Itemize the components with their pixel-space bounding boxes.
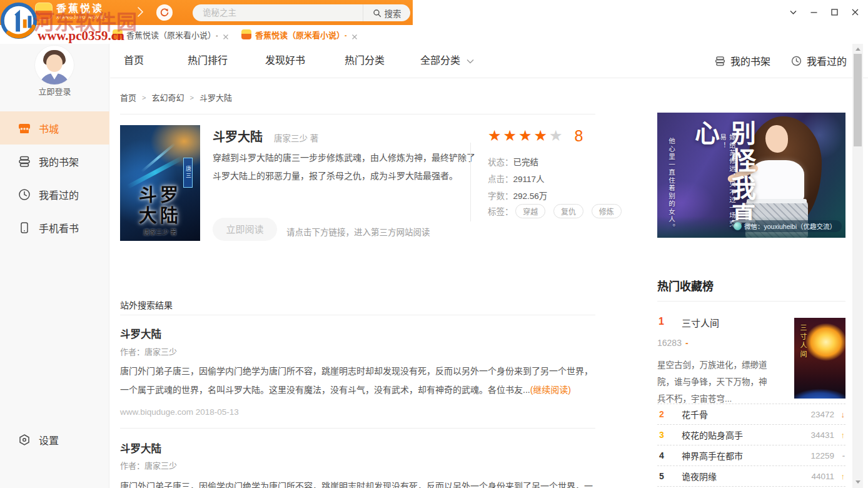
bookshelf-icon (714, 55, 726, 67)
ranking-list: 2 花千骨 23472 ↓ 3 校花的贴身高手 34431 ↑ 4 神界高手在都… (657, 404, 845, 487)
cover-title: 斗罗大陆 (120, 185, 200, 226)
scrollbar-down-arrow[interactable] (855, 480, 860, 484)
sidebar-item-mobile[interactable]: 手机看书 (0, 211, 109, 244)
avatar-face (46, 54, 63, 72)
minimize-button[interactable] (810, 8, 818, 16)
book-description: 穿越到斗罗大陆的唐三一步步修炼武魂，由人修炼为神，最终铲除了斗罗大陆上的邪恶力量… (213, 149, 480, 185)
ad-banner[interactable]: 他心里一直住着别的女人。 别怪我真心 嫁给苏修远，只不过一场交易！ 微信：you… (657, 113, 845, 238)
ranking-1-number: 1 (659, 316, 664, 327)
ranking-row-count: 12259 (810, 451, 834, 460)
book-words-row: 字数：292.56万 (488, 189, 547, 201)
star-icon: ★ (534, 127, 548, 144)
nav-all-category-label: 全部分类 (420, 55, 460, 66)
search-button[interactable]: 搜索 (363, 4, 410, 21)
tab-2-active[interactable]: 香蕉悦读（原米看小说）-... (241, 25, 358, 44)
forward-button[interactable] (136, 6, 144, 18)
divider (657, 301, 845, 302)
ranking-title: 热门收藏榜 (657, 277, 714, 293)
read-now-button[interactable]: 立即阅读 (213, 218, 277, 241)
breadcrumb-book[interactable]: 斗罗大陆 (199, 91, 232, 103)
book-title: 斗罗大陆 (213, 127, 263, 145)
cover-tag: 唐三 (183, 158, 193, 188)
ranking-row[interactable]: 5 诡夜阴缘 44011 ↑ (657, 466, 845, 487)
nav-hot-category[interactable]: 热门分类 (345, 44, 385, 78)
star-icon: ★ (549, 127, 563, 144)
maximize-button[interactable] (830, 8, 839, 16)
trend-icon: ↑ (841, 472, 845, 481)
thumbnail-title: 三寸人间 (798, 324, 808, 359)
scrollbar-up-arrow[interactable] (855, 48, 860, 51)
divider (120, 114, 595, 114)
read-hint: 请点击下方链接，进入第三方网站阅读 (286, 225, 430, 238)
sidebar-item-label: 书城 (39, 121, 59, 136)
breadcrumb-category[interactable]: 玄幻奇幻 (151, 91, 184, 103)
menu-chevron-button[interactable] (789, 8, 797, 16)
book-author: 唐家三少 著 (274, 131, 318, 144)
sidebar-item-history[interactable]: 我看过的 (0, 178, 109, 211)
breadcrumb-home[interactable]: 首页 (120, 91, 136, 103)
search-button-label: 搜索 (385, 7, 401, 19)
tab-1-label: 香蕉悦读（原米看小说）-... (126, 29, 218, 41)
nav-hot-rank[interactable]: 热门排行 (188, 44, 228, 78)
chevron-down-icon (467, 59, 474, 64)
book-cover[interactable]: 唐三 斗罗大陆 唐家三少 著 (120, 125, 200, 241)
bookshelf-icon (18, 155, 31, 168)
sidebar-item-settings[interactable]: 设置 (0, 423, 109, 456)
login-button[interactable]: 立即登录 (0, 85, 109, 97)
sidebar: 立即登录 书城 (0, 44, 109, 488)
tag-pill[interactable]: 修炼 (592, 204, 622, 218)
watermark-logo (0, 1, 39, 41)
sidebar-item-bookstore[interactable]: 书城 (0, 111, 109, 145)
offsite-section-title: 站外搜索结果 (120, 298, 173, 311)
ranking-row[interactable]: 4 神界高手在都市 12259 - (657, 445, 845, 466)
sidebar-item-label: 我的书架 (39, 154, 79, 169)
wechat-icon (734, 222, 742, 230)
nav-history-button[interactable]: 我看过的 (790, 44, 847, 78)
breadcrumb-separator: > (189, 94, 193, 101)
nav-all-category[interactable]: 全部分类 (420, 44, 474, 78)
app-window: 香蕉悦读 XIANGJIAO NOVEL (0, 0, 868, 488)
star-icon: ★ (518, 127, 532, 144)
tag-pill[interactable]: 穿越 (515, 204, 545, 218)
tag-pill[interactable]: 复仇 (553, 204, 583, 218)
search-icon (373, 9, 381, 18)
ranking-1-count: 16283- (657, 338, 689, 348)
sidebar-menu: 书城 我的书架 我看过的 (0, 111, 109, 244)
ranking-1-thumbnail[interactable]: 三寸人间 (794, 318, 845, 399)
continue-reading-link[interactable]: (继续阅读) (530, 385, 571, 395)
scrollbar-thumb[interactable] (854, 54, 862, 146)
clock-icon (18, 188, 31, 201)
nav-discover[interactable]: 发现好书 (265, 44, 305, 78)
sidebar-item-label: 我看过的 (39, 187, 79, 202)
divider (120, 428, 595, 429)
nav-my-shelf-button[interactable]: 我的书架 (714, 44, 770, 78)
ranking-row[interactable]: 3 校花的贴身高手 34431 ↑ (657, 425, 845, 445)
ad-wechat-badge: 微信：youxiuheibi（优趣交流） (731, 220, 842, 232)
window-controls (789, 8, 859, 16)
result-title[interactable]: 斗罗大陆 (120, 440, 161, 455)
result-title[interactable]: 斗罗大陆 (120, 326, 161, 341)
book-clicks-row: 点击：29117人 (488, 172, 545, 185)
ranking-row-title: 校花的贴身高手 (682, 429, 743, 441)
ad-subtext-right: 嫁给苏修远，只不过一场交易！ (719, 134, 737, 234)
divider (120, 315, 595, 315)
settings-label: 设置 (39, 432, 59, 447)
nav-home[interactable]: 首页 (124, 44, 144, 78)
sidebar-item-bookshelf[interactable]: 我的书架 (0, 145, 109, 178)
avatar[interactable] (35, 46, 74, 84)
stars: ★★★★★ (488, 128, 565, 144)
search-input[interactable] (193, 8, 363, 18)
tab-favicon-icon (241, 29, 251, 39)
ranking-row-count: 34431 (810, 430, 834, 440)
ranking-1-title[interactable]: 三寸人间 (682, 316, 719, 329)
close-button[interactable] (851, 8, 859, 16)
ranking-1-description: 星空古剑，万族进化，缥缈道院，谁与争锋，天下万物，神兵不朽，宇宙苍穹... (657, 357, 774, 407)
close-icon (851, 8, 859, 16)
ranking-row[interactable]: 2 花千骨 23472 ↓ (657, 404, 845, 425)
tab-1-close-icon[interactable] (223, 31, 229, 38)
trend-icon: ↓ (841, 410, 845, 419)
star-icon: ★ (503, 127, 517, 144)
ranking-row-count: 44011 (811, 472, 834, 481)
refresh-button[interactable] (156, 4, 173, 21)
tab-2-close-icon[interactable] (351, 31, 358, 38)
